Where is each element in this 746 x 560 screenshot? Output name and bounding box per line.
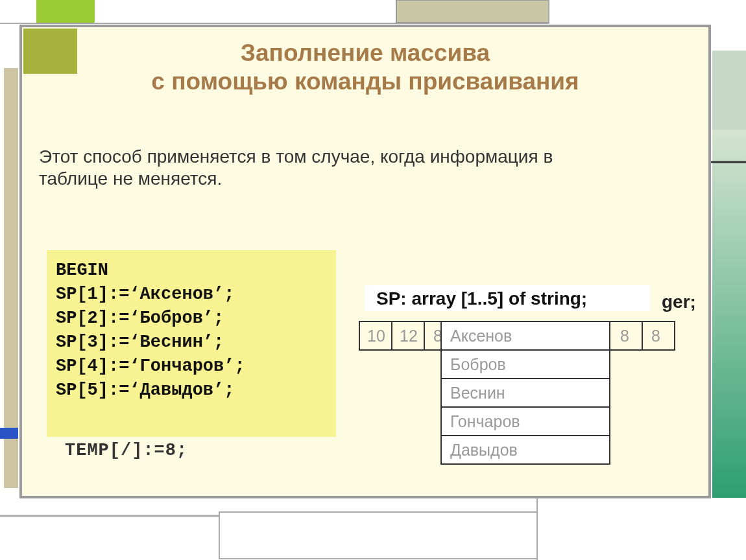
deco-bottom-white xyxy=(219,512,537,559)
svg-text:10: 10 xyxy=(367,327,385,345)
deco-square-top-grey xyxy=(396,0,549,23)
svg-text:Давыдов: Давыдов xyxy=(450,441,518,459)
svg-text:Аксенов: Аксенов xyxy=(450,327,512,345)
deco-left-blue xyxy=(0,428,18,439)
deco-square-green xyxy=(36,0,95,23)
code-line-2: SP[2]:=‘Бобров’; xyxy=(56,309,224,328)
title-line-1: Заполнение массива xyxy=(241,40,490,66)
code-line-5: SP[5]:=‘Давыдов’; xyxy=(56,380,234,400)
svg-text:8: 8 xyxy=(620,327,629,345)
sp-column: Аксенов Бобров Веснин Гончаров Давыдов xyxy=(441,321,610,464)
array-decl-peek: ger; xyxy=(662,292,696,312)
svg-text:12: 12 xyxy=(400,327,418,345)
code-line-1: SP[1]:=‘Аксенов’; xyxy=(56,285,234,304)
temp-row-right: 8 8 xyxy=(610,321,675,350)
deco-left-stripe xyxy=(4,68,18,488)
code-line-4: SP[4]:=‘Гончаров’; xyxy=(56,356,245,376)
svg-text:Веснин: Веснин xyxy=(450,384,505,402)
deco-right-gradient2 xyxy=(712,130,746,498)
title-line-2: с помощью команды присваивания xyxy=(151,68,579,95)
svg-text:Бобров: Бобров xyxy=(450,355,506,373)
svg-text:8: 8 xyxy=(651,327,660,345)
code-begin: BEGIN xyxy=(56,261,108,280)
deco-olive-square xyxy=(23,29,77,74)
array-decl: SP: array [1..5] of string; xyxy=(376,288,587,309)
code-partial: TEMP[/]:=8; xyxy=(65,441,187,460)
svg-text:Гончаров: Гончаров xyxy=(450,412,520,430)
code-line-3: SP[3]:=‘Веснин’; xyxy=(56,332,224,352)
